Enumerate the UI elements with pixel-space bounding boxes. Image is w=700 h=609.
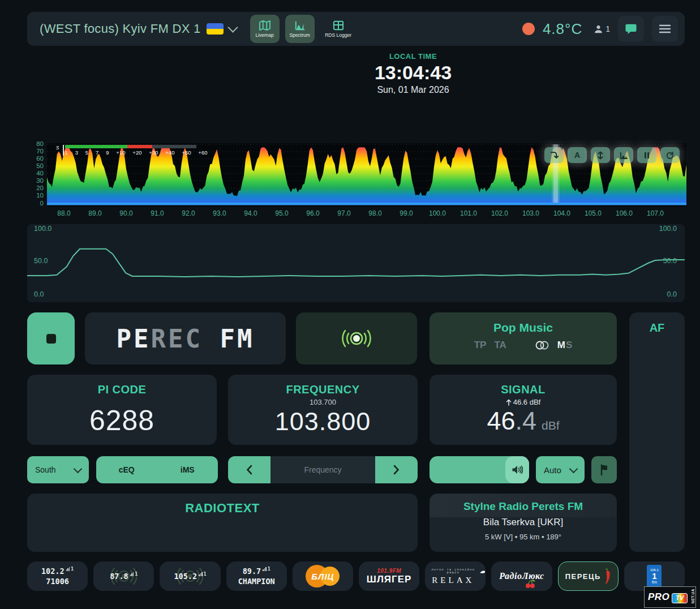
spectrum-x-tick: 105.0 [585,209,602,217]
autoscale-label: A [574,151,580,160]
s-meter-tick: +40 [165,149,174,156]
chevron-down-icon [227,22,238,32]
menu-button[interactable] [652,16,678,42]
volume-slider[interactable] [430,456,529,483]
top-bar: (WEST focus) Kyiv FM DX 1 Livemap Spectr… [27,12,685,46]
ps-segment: PE [117,324,151,353]
report-flag-button[interactable] [591,456,617,483]
fit-height-button[interactable] [591,147,610,163]
protv-net-text: NET.UA [691,589,695,603]
eq-toggle-button[interactable]: cEQ [96,465,157,475]
preset-button-87.8[interactable]: 87.81 [93,561,154,591]
history-y-tick: 0.0 [34,290,44,298]
chevron-down-icon [569,464,578,473]
spectrum-analyzer: 80706050403020100 s 13579+10+20+30+40+50… [31,143,688,222]
spectrum-x-tick: 99.0 [400,209,413,217]
audio-status-panel[interactable] [296,312,417,364]
arrow-up-icon [506,399,512,406]
volume-handle[interactable] [505,456,529,483]
rds-flags: TP TA M S [430,340,617,351]
preset-button-105.2[interactable]: 105.21 [160,561,220,591]
preset-button-RELAX[interactable]: легке та спокійне радіоRELAX [425,561,486,591]
frequency-down-button[interactable] [228,456,270,483]
server-title-dropdown[interactable]: (WEST focus) Kyiv FM DX 1 [40,22,237,36]
listener-count-value: 1 [605,24,610,33]
rds-logger-button[interactable]: RDS Logger [320,15,357,43]
graph-mode-button[interactable] [614,147,633,163]
spectrum-x-tick: 98.0 [368,209,381,217]
s-meter-tick: 7 [96,149,98,156]
spectrum-x-tick: 88.0 [57,209,70,217]
antenna-bars-icon: 1 [199,572,207,577]
spectrum-y-axis: 80706050403020100 [31,141,44,207]
preset-button-ПЕРЕЦЬ[interactable]: ПЕРЕЦЬ [558,561,619,591]
spectrum-button[interactable]: Spectrum [285,15,315,43]
frequency-up-button[interactable] [375,456,418,483]
spectrum-x-tick: 101.0 [460,209,477,217]
stereo-icon [535,340,549,350]
spectrum-y-tick: 50 [31,163,44,170]
signal-value: 46 .4 dBf [430,406,617,436]
stop-playback-button[interactable] [27,312,75,364]
pause-button[interactable] [637,147,656,163]
spectrum-y-tick: 10 [31,192,44,199]
spectrum-x-tick: 97.0 [337,209,350,217]
ims-toggle-button[interactable]: iMS [157,465,218,475]
ps-segment: FM [203,324,254,353]
pause-icon [644,152,650,159]
chat-button[interactable] [618,16,644,42]
antenna-select[interactable]: South [27,456,89,483]
preset-button-РадіоЛюкс[interactable]: РадіоЛюкс [491,561,552,591]
autoscale-button[interactable]: A [568,147,587,163]
perets-logo: ПЕРЕЦЬ [565,568,611,584]
spectrum-x-tick: 92.0 [182,209,195,217]
spectrum-y-tick: 40 [31,170,44,177]
protv-watermark: PRO TV NET.UA [644,586,696,608]
temperature[interactable]: 4.8°C [543,20,582,38]
spectrum-y-tick: 70 [31,148,44,155]
mono-flag: M [557,340,565,351]
history-y-tick: 100.0 [34,225,51,233]
preset-button-БЛІЦ[interactable]: БЛІЦ [293,561,353,591]
preset-button-89.7[interactable]: 89.71CHAMPION [226,561,287,591]
history-y-tick: 100.0 [659,225,677,233]
tv-icon: TV [672,591,688,603]
chevron-right-icon [393,465,400,475]
frequency-input[interactable] [270,456,375,483]
rds-logger-label: RDS Logger [325,32,351,38]
spectrum-y-tick: 0 [31,200,44,207]
fm-1061-logo: 106.11fm [647,565,662,587]
ukraine-flag-icon [207,23,224,35]
signal-integer: 46 [487,406,515,436]
relax-logo: легке та спокійне радіоRELAX [426,568,485,585]
scroll-down-button[interactable] [544,147,564,163]
map-icon [259,20,270,31]
preset-stations-row: 102.2171006 87.81 105.2189.71CHAMPIONБЛІ… [27,561,685,591]
bird-icon [479,567,486,574]
protv-tv-text: TV [672,594,688,601]
scan-mode-value: Auto [544,465,561,475]
refresh-button[interactable] [660,147,680,163]
ps-name-panel: PEREC FM [85,312,286,364]
fm-dx-webserver: (WEST focus) Kyiv FM DX 1 Livemap Spectr… [0,0,700,609]
s-meter-tick: +30 [149,149,158,156]
s-meter: s 13579+10+20+30+40+50+60 [56,145,208,156]
history-y-tick: 50.0 [663,257,677,265]
local-time-label: LOCAL TIME [241,52,586,61]
spectrum-plot[interactable]: s 13579+10+20+30+40+50+60 A [47,143,686,207]
spectrum-x-tick: 100.0 [429,209,446,217]
scan-mode-select[interactable]: Auto [536,456,585,483]
ta-flag: TA [494,340,506,351]
antenna-bars-icon: 1 [130,572,138,577]
spectrum-x-tick: 103.0 [522,209,539,217]
s-meter-tick: 5 [85,149,88,156]
preset-button-102.2[interactable]: 102.2171006 [27,561,88,591]
pepper-icon [604,568,611,584]
livemap-button[interactable]: Livemap [250,15,280,43]
spectrum-x-tick: 94.0 [244,209,257,217]
arrows-vertical-icon [597,151,604,160]
signal-decimal: .4 [516,406,537,436]
s-meter-label: s [56,144,59,151]
preset-button-ШЛЯГЕР[interactable]: 101.9FMШЛЯГЕР [359,561,419,591]
spectrum-x-tick: 89.0 [88,209,101,217]
